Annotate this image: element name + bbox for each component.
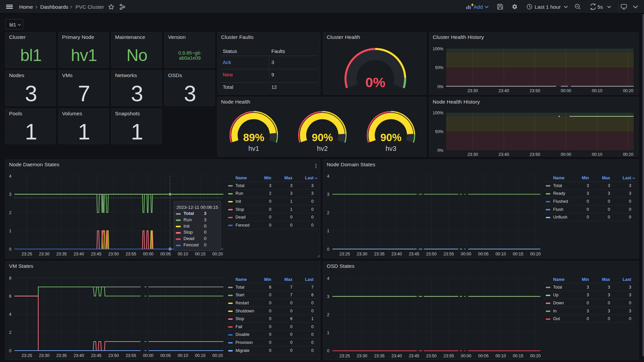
svg-text:3: 3	[629, 309, 631, 313]
svg-text:3: 3	[327, 294, 329, 299]
svg-text:Dead: Dead	[235, 215, 246, 220]
svg-text:23:40: 23:40	[73, 353, 84, 358]
svg-text:23:30: 23:30	[357, 354, 367, 358]
svg-text:0: 0	[269, 316, 271, 321]
svg-text:50%: 50%	[435, 65, 443, 70]
svg-text:Migrate: Migrate	[235, 348, 250, 353]
svg-text:2: 2	[327, 210, 329, 215]
svg-text:00:10: 00:10	[495, 252, 506, 256]
svg-text:Last: Last	[623, 277, 632, 282]
svg-text:23:50: 23:50	[530, 152, 540, 157]
svg-text:Restart: Restart	[235, 301, 249, 305]
svg-text:Home: Home	[19, 4, 33, 10]
svg-text:Name: Name	[553, 277, 565, 282]
svg-text:Stop: Stop	[183, 230, 193, 235]
svg-text:Out: Out	[553, 316, 560, 321]
svg-text:Dead: Dead	[183, 236, 194, 241]
svg-text:Name: Name	[235, 176, 247, 180]
svg-text:0: 0	[587, 207, 589, 212]
svg-text:Total: Total	[183, 211, 194, 216]
svg-text:23:50: 23:50	[108, 252, 119, 256]
svg-text:0: 0	[629, 301, 631, 305]
svg-text:0: 0	[269, 207, 271, 212]
svg-text:Faults: Faults	[271, 48, 285, 54]
svg-text:23:25: 23:25	[21, 353, 32, 358]
svg-text:3: 3	[204, 217, 207, 222]
svg-text:0: 0	[290, 223, 292, 228]
svg-text:00:05: 00:05	[478, 354, 488, 358]
svg-text:23:35: 23:35	[374, 252, 384, 256]
svg-text:0: 0	[311, 332, 314, 337]
svg-text:00:15: 00:15	[195, 252, 205, 256]
svg-text:1: 1	[290, 199, 292, 204]
svg-text:23:35: 23:35	[56, 252, 67, 256]
svg-text:2: 2	[9, 330, 11, 335]
svg-text:Min: Min	[264, 176, 271, 180]
svg-text:1: 1	[327, 229, 329, 233]
svg-text:2023-12-11 00:06:15: 2023-12-11 00:06:15	[176, 205, 218, 210]
svg-text:23:40: 23:40	[498, 152, 509, 157]
svg-text:3: 3	[204, 211, 207, 216]
svg-text:23:55: 23:55	[126, 252, 136, 256]
svg-text:Init: Init	[183, 224, 190, 229]
svg-text:0: 0	[269, 332, 271, 337]
svg-text:Name: Name	[553, 176, 565, 180]
svg-text:Total: Total	[235, 183, 244, 188]
svg-text:00:20: 00:20	[623, 152, 633, 157]
svg-text:00:20: 00:20	[212, 353, 223, 358]
svg-text:Status: Status	[223, 48, 237, 54]
svg-text:00:00: 00:00	[461, 252, 471, 256]
svg-text:0: 0	[311, 199, 314, 204]
svg-text:7: 7	[311, 285, 314, 290]
svg-text:23:55: 23:55	[443, 354, 454, 358]
svg-text:0: 0	[311, 309, 314, 313]
svg-text:0: 0	[290, 215, 292, 220]
svg-text:2: 2	[269, 191, 271, 196]
svg-text:Total: Total	[223, 84, 233, 90]
svg-text:Run: Run	[235, 191, 243, 196]
svg-text:Total: Total	[553, 285, 562, 290]
svg-text:Fenced: Fenced	[183, 242, 199, 247]
svg-text:0: 0	[269, 301, 271, 305]
svg-text:00:10: 00:10	[178, 252, 188, 256]
svg-text:3: 3	[587, 285, 589, 290]
svg-text:0: 0	[587, 316, 589, 321]
svg-text:3: 3	[290, 191, 292, 196]
svg-text:0: 0	[269, 215, 271, 220]
svg-text:0: 0	[269, 348, 271, 353]
svg-text:1: 1	[290, 207, 292, 212]
svg-text:Init: Init	[235, 199, 241, 204]
svg-text:3: 3	[311, 183, 314, 188]
svg-text:0: 0	[311, 223, 314, 228]
svg-text:23:40: 23:40	[391, 354, 402, 358]
svg-text:6: 6	[9, 294, 11, 299]
svg-text:23:50: 23:50	[108, 353, 119, 358]
svg-text:4: 4	[327, 174, 329, 179]
svg-text:Min: Min	[582, 176, 589, 180]
svg-text:00:10: 00:10	[592, 88, 602, 93]
svg-text:00:20: 00:20	[212, 252, 223, 256]
svg-text:23:30: 23:30	[357, 252, 367, 256]
svg-text:0: 0	[608, 215, 610, 220]
svg-text:23:25: 23:25	[339, 252, 350, 256]
svg-text:0: 0	[204, 242, 207, 247]
svg-text:hv2: hv2	[317, 145, 328, 152]
svg-text:3: 3	[9, 192, 11, 197]
svg-text:0: 0	[311, 215, 314, 220]
svg-text:3: 3	[629, 293, 631, 297]
svg-text:90%: 90%	[380, 131, 401, 143]
svg-text:0: 0	[290, 332, 292, 337]
svg-text:bl1: bl1	[9, 22, 16, 27]
svg-text:Last: Last	[305, 176, 314, 180]
svg-text:3: 3	[271, 59, 274, 65]
svg-text:0: 0	[269, 309, 271, 313]
svg-text:0: 0	[204, 236, 207, 241]
svg-text:00:10: 00:10	[178, 353, 188, 358]
svg-text:23:30: 23:30	[468, 88, 478, 93]
svg-text:Shutdown: Shutdown	[235, 309, 254, 313]
svg-text:Down: Down	[553, 301, 564, 305]
svg-text:100%: 100%	[433, 47, 443, 51]
svg-text:Last: Last	[623, 176, 632, 180]
svg-text:2: 2	[327, 312, 329, 317]
svg-text:0: 0	[608, 207, 610, 212]
